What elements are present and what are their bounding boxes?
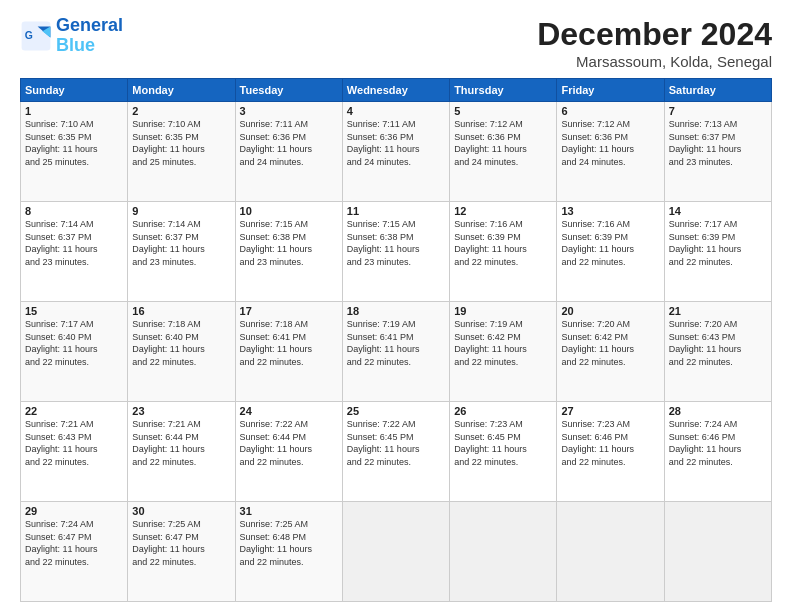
header-row: SundayMondayTuesdayWednesdayThursdayFrid…: [21, 79, 772, 102]
day-info: Sunrise: 7:23 AM Sunset: 6:45 PM Dayligh…: [454, 418, 552, 468]
calendar-cell: 27Sunrise: 7:23 AM Sunset: 6:46 PM Dayli…: [557, 402, 664, 502]
calendar-cell: 1Sunrise: 7:10 AM Sunset: 6:35 PM Daylig…: [21, 102, 128, 202]
day-number: 13: [561, 205, 659, 217]
calendar-cell: 20Sunrise: 7:20 AM Sunset: 6:42 PM Dayli…: [557, 302, 664, 402]
calendar-cell: [664, 502, 771, 602]
calendar-cell: 5Sunrise: 7:12 AM Sunset: 6:36 PM Daylig…: [450, 102, 557, 202]
subtitle: Marsassoum, Kolda, Senegal: [537, 53, 772, 70]
day-number: 23: [132, 405, 230, 417]
calendar-cell: 9Sunrise: 7:14 AM Sunset: 6:37 PM Daylig…: [128, 202, 235, 302]
calendar-cell: 4Sunrise: 7:11 AM Sunset: 6:36 PM Daylig…: [342, 102, 449, 202]
calendar-cell: 18Sunrise: 7:19 AM Sunset: 6:41 PM Dayli…: [342, 302, 449, 402]
day-info: Sunrise: 7:17 AM Sunset: 6:39 PM Dayligh…: [669, 218, 767, 268]
header-cell-sunday: Sunday: [21, 79, 128, 102]
logo-line1: General: [56, 15, 123, 35]
calendar-cell: [450, 502, 557, 602]
calendar-cell: 19Sunrise: 7:19 AM Sunset: 6:42 PM Dayli…: [450, 302, 557, 402]
day-number: 9: [132, 205, 230, 217]
calendar-table: SundayMondayTuesdayWednesdayThursdayFrid…: [20, 78, 772, 602]
day-number: 20: [561, 305, 659, 317]
calendar-cell: 12Sunrise: 7:16 AM Sunset: 6:39 PM Dayli…: [450, 202, 557, 302]
day-number: 24: [240, 405, 338, 417]
day-info: Sunrise: 7:21 AM Sunset: 6:44 PM Dayligh…: [132, 418, 230, 468]
day-info: Sunrise: 7:17 AM Sunset: 6:40 PM Dayligh…: [25, 318, 123, 368]
calendar-cell: 15Sunrise: 7:17 AM Sunset: 6:40 PM Dayli…: [21, 302, 128, 402]
calendar-cell: 7Sunrise: 7:13 AM Sunset: 6:37 PM Daylig…: [664, 102, 771, 202]
day-info: Sunrise: 7:10 AM Sunset: 6:35 PM Dayligh…: [25, 118, 123, 168]
calendar-cell: 30Sunrise: 7:25 AM Sunset: 6:47 PM Dayli…: [128, 502, 235, 602]
day-number: 14: [669, 205, 767, 217]
header-cell-tuesday: Tuesday: [235, 79, 342, 102]
day-info: Sunrise: 7:18 AM Sunset: 6:40 PM Dayligh…: [132, 318, 230, 368]
day-number: 11: [347, 205, 445, 217]
day-number: 17: [240, 305, 338, 317]
calendar-cell: 24Sunrise: 7:22 AM Sunset: 6:44 PM Dayli…: [235, 402, 342, 502]
day-info: Sunrise: 7:25 AM Sunset: 6:48 PM Dayligh…: [240, 518, 338, 568]
calendar-cell: 17Sunrise: 7:18 AM Sunset: 6:41 PM Dayli…: [235, 302, 342, 402]
logo-text: General Blue: [56, 16, 123, 56]
day-info: Sunrise: 7:24 AM Sunset: 6:47 PM Dayligh…: [25, 518, 123, 568]
calendar-week-3: 15Sunrise: 7:17 AM Sunset: 6:40 PM Dayli…: [21, 302, 772, 402]
calendar-cell: 21Sunrise: 7:20 AM Sunset: 6:43 PM Dayli…: [664, 302, 771, 402]
day-number: 18: [347, 305, 445, 317]
day-info: Sunrise: 7:14 AM Sunset: 6:37 PM Dayligh…: [25, 218, 123, 268]
day-number: 30: [132, 505, 230, 517]
day-info: Sunrise: 7:15 AM Sunset: 6:38 PM Dayligh…: [240, 218, 338, 268]
calendar-cell: 11Sunrise: 7:15 AM Sunset: 6:38 PM Dayli…: [342, 202, 449, 302]
header-cell-monday: Monday: [128, 79, 235, 102]
day-number: 16: [132, 305, 230, 317]
day-number: 2: [132, 105, 230, 117]
day-info: Sunrise: 7:25 AM Sunset: 6:47 PM Dayligh…: [132, 518, 230, 568]
day-info: Sunrise: 7:16 AM Sunset: 6:39 PM Dayligh…: [561, 218, 659, 268]
day-number: 31: [240, 505, 338, 517]
day-number: 3: [240, 105, 338, 117]
day-info: Sunrise: 7:24 AM Sunset: 6:46 PM Dayligh…: [669, 418, 767, 468]
day-number: 1: [25, 105, 123, 117]
calendar-cell: 3Sunrise: 7:11 AM Sunset: 6:36 PM Daylig…: [235, 102, 342, 202]
day-number: 28: [669, 405, 767, 417]
calendar-cell: 31Sunrise: 7:25 AM Sunset: 6:48 PM Dayli…: [235, 502, 342, 602]
day-info: Sunrise: 7:13 AM Sunset: 6:37 PM Dayligh…: [669, 118, 767, 168]
day-info: Sunrise: 7:20 AM Sunset: 6:43 PM Dayligh…: [669, 318, 767, 368]
day-info: Sunrise: 7:20 AM Sunset: 6:42 PM Dayligh…: [561, 318, 659, 368]
day-number: 12: [454, 205, 552, 217]
day-info: Sunrise: 7:22 AM Sunset: 6:44 PM Dayligh…: [240, 418, 338, 468]
calendar-body: 1Sunrise: 7:10 AM Sunset: 6:35 PM Daylig…: [21, 102, 772, 602]
calendar-week-2: 8Sunrise: 7:14 AM Sunset: 6:37 PM Daylig…: [21, 202, 772, 302]
day-info: Sunrise: 7:10 AM Sunset: 6:35 PM Dayligh…: [132, 118, 230, 168]
svg-text:G: G: [25, 30, 33, 41]
calendar-week-1: 1Sunrise: 7:10 AM Sunset: 6:35 PM Daylig…: [21, 102, 772, 202]
day-number: 25: [347, 405, 445, 417]
calendar-cell: 28Sunrise: 7:24 AM Sunset: 6:46 PM Dayli…: [664, 402, 771, 502]
calendar-week-5: 29Sunrise: 7:24 AM Sunset: 6:47 PM Dayli…: [21, 502, 772, 602]
day-info: Sunrise: 7:21 AM Sunset: 6:43 PM Dayligh…: [25, 418, 123, 468]
calendar-cell: 26Sunrise: 7:23 AM Sunset: 6:45 PM Dayli…: [450, 402, 557, 502]
day-info: Sunrise: 7:23 AM Sunset: 6:46 PM Dayligh…: [561, 418, 659, 468]
header: G General Blue December 2024 Marsassoum,…: [20, 16, 772, 70]
day-number: 10: [240, 205, 338, 217]
day-number: 4: [347, 105, 445, 117]
title-block: December 2024 Marsassoum, Kolda, Senegal: [537, 16, 772, 70]
calendar-cell: 16Sunrise: 7:18 AM Sunset: 6:40 PM Dayli…: [128, 302, 235, 402]
day-number: 26: [454, 405, 552, 417]
calendar-header: SundayMondayTuesdayWednesdayThursdayFrid…: [21, 79, 772, 102]
calendar-cell: 22Sunrise: 7:21 AM Sunset: 6:43 PM Dayli…: [21, 402, 128, 502]
calendar-cell: [557, 502, 664, 602]
calendar-cell: 8Sunrise: 7:14 AM Sunset: 6:37 PM Daylig…: [21, 202, 128, 302]
calendar-cell: 25Sunrise: 7:22 AM Sunset: 6:45 PM Dayli…: [342, 402, 449, 502]
day-info: Sunrise: 7:12 AM Sunset: 6:36 PM Dayligh…: [561, 118, 659, 168]
calendar-week-4: 22Sunrise: 7:21 AM Sunset: 6:43 PM Dayli…: [21, 402, 772, 502]
logo-icon: G: [20, 20, 52, 52]
day-info: Sunrise: 7:19 AM Sunset: 6:42 PM Dayligh…: [454, 318, 552, 368]
calendar-cell: 23Sunrise: 7:21 AM Sunset: 6:44 PM Dayli…: [128, 402, 235, 502]
day-number: 27: [561, 405, 659, 417]
day-info: Sunrise: 7:14 AM Sunset: 6:37 PM Dayligh…: [132, 218, 230, 268]
header-cell-thursday: Thursday: [450, 79, 557, 102]
day-info: Sunrise: 7:11 AM Sunset: 6:36 PM Dayligh…: [240, 118, 338, 168]
day-info: Sunrise: 7:15 AM Sunset: 6:38 PM Dayligh…: [347, 218, 445, 268]
day-number: 22: [25, 405, 123, 417]
day-info: Sunrise: 7:11 AM Sunset: 6:36 PM Dayligh…: [347, 118, 445, 168]
header-cell-wednesday: Wednesday: [342, 79, 449, 102]
day-number: 19: [454, 305, 552, 317]
calendar-cell: 6Sunrise: 7:12 AM Sunset: 6:36 PM Daylig…: [557, 102, 664, 202]
